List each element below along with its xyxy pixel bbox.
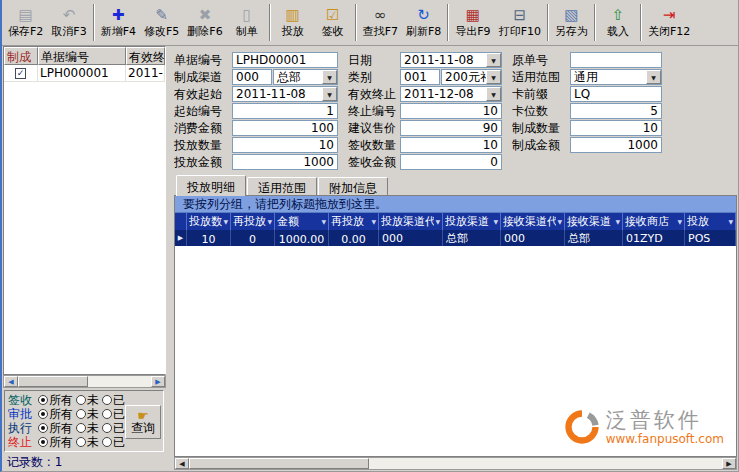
add-button[interactable]: ✚新增F4 bbox=[97, 1, 140, 44]
tab-extra-info[interactable]: 附加信息 bbox=[318, 177, 388, 195]
list-column-header[interactable]: 单据编号 bbox=[38, 47, 126, 65]
detail-row[interactable]: ▶1001000.000.00000总部000总部01ZYDPOS bbox=[175, 230, 736, 246]
filter-dropdown-icon[interactable]: ▼ bbox=[614, 218, 620, 225]
filter-dropdown-icon[interactable]: ▼ bbox=[320, 218, 326, 225]
query-button[interactable]: ☛ 查询 bbox=[125, 405, 161, 439]
delete-button[interactable]: ✖删除F6 bbox=[183, 1, 226, 44]
chevron-down-icon[interactable]: ▼ bbox=[322, 70, 337, 84]
text-field[interactable]: 10 bbox=[400, 103, 502, 119]
text-field[interactable]: 1000 bbox=[570, 137, 662, 153]
filter-dropdown-icon[interactable]: ▼ bbox=[727, 218, 733, 225]
filter-dropdown-icon[interactable]: ▼ bbox=[434, 218, 440, 225]
radio-button[interactable] bbox=[102, 409, 112, 419]
detail-scroll-track[interactable] bbox=[189, 458, 722, 469]
edit-button[interactable]: ✎修改F5 bbox=[140, 1, 183, 44]
combo-value[interactable]: 200元礼券 bbox=[442, 69, 486, 85]
filter-dropdown-icon[interactable]: ▼ bbox=[370, 218, 376, 225]
chevron-down-icon[interactable]: ▼ bbox=[322, 87, 337, 101]
find-button[interactable]: ∞查找F7 bbox=[359, 1, 402, 44]
field-label: 有效终止 bbox=[348, 86, 400, 103]
filter-dropdown-icon[interactable]: ▼ bbox=[556, 218, 562, 225]
radio-button[interactable] bbox=[76, 423, 86, 433]
code-field[interactable]: 000 bbox=[232, 69, 272, 85]
field-label: 投放金额 bbox=[174, 154, 232, 171]
text-field[interactable]: 100 bbox=[232, 120, 338, 136]
radio-button[interactable] bbox=[38, 409, 48, 419]
text-field[interactable]: LPHD00001 bbox=[232, 52, 338, 68]
detail-column-header[interactable]: 再投放▼ bbox=[231, 213, 275, 230]
group-by-bar[interactable]: 要按列分组，请把列标题拖放到这里。 bbox=[175, 196, 736, 213]
detail-column-header[interactable]: 接收渠道代▼ bbox=[501, 213, 565, 230]
list-scroll-track[interactable] bbox=[18, 376, 151, 387]
sign-button[interactable]: ☑签收 bbox=[313, 1, 353, 44]
text-field[interactable]: 1 bbox=[232, 103, 338, 119]
chevron-down-icon[interactable]: ▼ bbox=[486, 53, 501, 67]
text-field[interactable]: LQ bbox=[570, 86, 662, 102]
radio-button[interactable] bbox=[76, 395, 86, 405]
scroll-left-icon[interactable]: ◀ bbox=[4, 376, 18, 387]
detail-scroll-thumb[interactable] bbox=[189, 458, 369, 469]
code-field[interactable]: 001 bbox=[400, 69, 440, 85]
checkbox[interactable]: ✓ bbox=[15, 68, 26, 79]
detail-column-header[interactable]: 再投放▼ bbox=[329, 213, 379, 230]
detail-column-header[interactable]: 接收渠道▼ bbox=[565, 213, 623, 230]
close-button[interactable]: ⇥关闭F12 bbox=[644, 1, 694, 44]
make-doc-button[interactable]: ▯制单 bbox=[227, 1, 267, 44]
radio-button[interactable] bbox=[102, 423, 112, 433]
combo-value[interactable]: 通用 bbox=[571, 69, 646, 85]
scroll-right-icon[interactable]: ▶ bbox=[151, 376, 165, 387]
scroll-right-icon[interactable]: ▶ bbox=[722, 458, 736, 469]
detail-column-header[interactable]: 投放▼ bbox=[685, 213, 736, 230]
chevron-down-icon[interactable]: ▼ bbox=[486, 87, 501, 101]
text-field[interactable]: 10 bbox=[570, 120, 662, 136]
detail-hscrollbar[interactable]: ◀ ▶ bbox=[174, 457, 737, 470]
radio-button[interactable] bbox=[38, 437, 48, 447]
radio-button[interactable] bbox=[38, 423, 48, 433]
radio-button[interactable] bbox=[76, 437, 86, 447]
tab-issue-detail[interactable]: 投放明细 bbox=[176, 175, 246, 196]
print-button[interactable]: ⊟打印F10 bbox=[495, 1, 545, 44]
text-field[interactable]: 0 bbox=[400, 154, 502, 170]
scroll-left-icon[interactable]: ◀ bbox=[175, 458, 189, 469]
list-hscrollbar[interactable]: ◀ ▶ bbox=[3, 375, 166, 388]
undo-button[interactable]: ↶取消F3 bbox=[47, 1, 90, 44]
combo-value[interactable]: 2011-12-08 bbox=[401, 87, 486, 101]
filter-dropdown-icon[interactable]: ▼ bbox=[266, 218, 272, 225]
filter-dropdown-icon[interactable]: ▼ bbox=[676, 218, 682, 225]
text-field[interactable]: 1000 bbox=[232, 154, 338, 170]
list-row[interactable]: ✓LPH0000012011-1 bbox=[4, 65, 165, 82]
filter-dropdown-icon[interactable]: ▼ bbox=[492, 218, 498, 225]
text-field[interactable]: 5 bbox=[570, 103, 662, 119]
list-column-header[interactable]: 有效终 bbox=[126, 47, 165, 65]
combo-value[interactable]: 总部 bbox=[274, 69, 322, 85]
text-field[interactable]: 90 bbox=[400, 120, 502, 136]
filter-dropdown-icon[interactable]: ▼ bbox=[222, 218, 228, 225]
list-scroll-thumb[interactable] bbox=[18, 376, 88, 387]
refresh-button[interactable]: ↻刷新F8 bbox=[402, 1, 445, 44]
tab-apply-scope[interactable]: 适用范围 bbox=[247, 177, 317, 195]
detail-column-header[interactable]: 投放渠道代▼ bbox=[379, 213, 443, 230]
radio-button[interactable] bbox=[38, 395, 48, 405]
text-field[interactable] bbox=[570, 52, 662, 68]
load-button[interactable]: ⇧载入 bbox=[598, 1, 638, 44]
text-field[interactable]: 10 bbox=[232, 137, 338, 153]
save-as-button[interactable]: ▧另存为 bbox=[551, 1, 592, 44]
list-column-header[interactable]: 制成 bbox=[4, 47, 38, 65]
chevron-down-icon[interactable]: ▼ bbox=[486, 70, 501, 84]
text-field[interactable]: 10 bbox=[400, 137, 502, 153]
issue-button[interactable]: ▥投放 bbox=[273, 1, 313, 44]
radio-button[interactable] bbox=[76, 409, 86, 419]
export-button[interactable]: ▦导出F9 bbox=[451, 1, 494, 44]
radio-button[interactable] bbox=[102, 437, 112, 447]
radio-button[interactable] bbox=[102, 395, 112, 405]
combo-value[interactable]: 2011-11-08 bbox=[401, 53, 486, 67]
detail-column-header[interactable]: 投放数▼ bbox=[187, 213, 231, 230]
detail-column-header[interactable]: 投放渠道▼ bbox=[443, 213, 501, 230]
save-button[interactable]: ▤保存F2 bbox=[4, 1, 47, 44]
detail-column-header[interactable]: 接收商店▼ bbox=[623, 213, 685, 230]
detail-column-header[interactable]: 金额▼ bbox=[275, 213, 329, 230]
detail-column-label: 接收渠道 bbox=[567, 214, 611, 229]
combo-value[interactable]: 2011-11-08 bbox=[233, 87, 322, 101]
chevron-down-icon[interactable]: ▼ bbox=[646, 70, 661, 84]
document-list-grid: 制成单据编号有效终 ✓LPH0000012011-1 bbox=[3, 46, 166, 375]
